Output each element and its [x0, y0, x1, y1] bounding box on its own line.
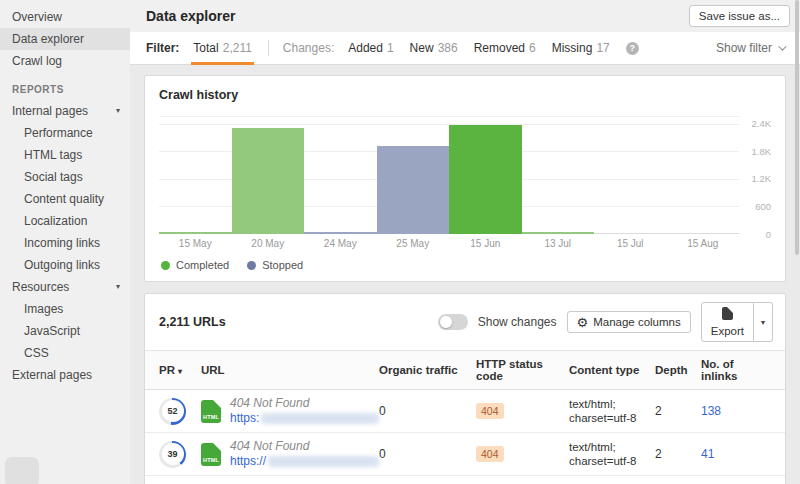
filter-changes-label: Changes: — [283, 41, 334, 55]
content-type-line2: charset=utf-8 — [569, 411, 655, 425]
column-header-depth[interactable]: Depth — [655, 364, 701, 376]
toggle-knob — [440, 316, 452, 328]
sidebar-item-content-quality[interactable]: Content quality — [0, 188, 130, 210]
legend-item-completed: Completed — [161, 259, 229, 271]
organic-traffic-cell: 0 — [379, 447, 476, 461]
depth-cell: 2 — [655, 447, 701, 461]
sidebar: OverviewData explorerCrawl log REPORTS I… — [0, 0, 130, 484]
table-row: 52HTML404 Not Foundhttps:0404text/html;c… — [145, 390, 785, 432]
filter-chip-label: Removed — [474, 41, 525, 55]
column-header-content-type[interactable]: Content type — [569, 364, 655, 376]
filter-chips-group: Added1New386Removed6Missing17 — [348, 41, 626, 55]
html-file-icon-label: HTML — [201, 457, 221, 463]
sidebar-item-css[interactable]: CSS — [0, 342, 130, 364]
sidebar-item-javascript[interactable]: JavaScript — [0, 320, 130, 342]
filter-chip-value: 386 — [438, 41, 458, 55]
app-root: OverviewData explorerCrawl log REPORTS I… — [0, 0, 800, 484]
sidebar-item-incoming-links[interactable]: Incoming links — [0, 232, 130, 254]
sidebar-reports-group: Internal pages▾PerformanceHTML tagsSocia… — [0, 100, 130, 386]
sidebar-item-label: Images — [24, 302, 63, 316]
column-header-pr[interactable]: PR▾ — [159, 364, 201, 376]
organic-traffic-cell: 0 — [379, 404, 476, 418]
inlinks-cell: 138 — [701, 404, 771, 418]
sidebar-item-label: Localization — [24, 214, 87, 228]
sidebar-item-label: External pages — [12, 368, 92, 382]
inlinks-count-link[interactable]: 41 — [701, 447, 714, 461]
http-status-badge: 404 — [476, 403, 504, 419]
url-title-link[interactable]: 404 Not Found — [230, 396, 379, 411]
show-filter-label: Show filter — [716, 41, 772, 55]
chart-legend: CompletedStopped — [161, 259, 771, 271]
content-type-line1: text/html; — [569, 397, 655, 411]
sidebar-item-resources[interactable]: Resources▾ — [0, 276, 130, 298]
url-cell: HTML404 Not Foundhttps: — [201, 396, 379, 426]
sidebar-item-label: CSS — [24, 346, 49, 360]
column-header-url[interactable]: URL — [201, 364, 379, 376]
sidebar-item-label: Internal pages — [12, 104, 88, 118]
chart-x-tick-label: 24 May — [304, 238, 377, 249]
sidebar-item-outgoing-links[interactable]: Outgoing links — [0, 254, 130, 276]
sidebar-item-localization[interactable]: Localization — [0, 210, 130, 232]
filter-chip-new[interactable]: New386 — [410, 41, 458, 55]
url-link[interactable]: https:// — [230, 454, 266, 469]
vertical-scrollbar[interactable] — [795, 0, 799, 255]
url-link[interactable]: https: — [230, 411, 259, 426]
chart-y-tick-label: 1.8K — [751, 145, 771, 156]
sidebar-item-data-explorer[interactable]: Data explorer — [0, 28, 130, 50]
content-type-cell: text/html;charset=utf-8 — [569, 397, 655, 425]
sidebar-item-internal-pages[interactable]: Internal pages▾ — [0, 100, 130, 122]
sidebar-bottom-tile — [5, 457, 39, 484]
chart-y-tick-label: 2.4K — [751, 117, 771, 128]
legend-dot-icon — [161, 261, 170, 270]
help-icon[interactable]: ? — [626, 42, 639, 55]
legend-label: Completed — [176, 259, 229, 271]
save-issue-as-button[interactable]: Save issue as... — [689, 5, 790, 27]
sidebar-item-label: Content quality — [24, 192, 104, 206]
chart-y-tick-label: 600 — [755, 201, 771, 212]
chart-y-axis: 2.4K1.8K1.2K6000 — [739, 116, 771, 234]
sidebar-item-crawl-log[interactable]: Crawl log — [0, 50, 130, 72]
chart-bar-13-jul — [522, 232, 595, 234]
show-filter-button[interactable]: Show filter — [716, 41, 784, 55]
filter-chip-removed[interactable]: Removed6 — [474, 41, 536, 55]
chevron-down-icon — [778, 42, 786, 50]
show-changes-toggle[interactable] — [438, 314, 468, 330]
chart-x-tick-label: 20 May — [232, 238, 305, 249]
filter-chip-label: Missing — [552, 41, 593, 55]
sidebar-item-label: JavaScript — [24, 324, 80, 338]
sidebar-item-overview[interactable]: Overview — [0, 6, 130, 28]
filter-chip-added[interactable]: Added1 — [348, 41, 393, 55]
sidebar-item-images[interactable]: Images — [0, 298, 130, 320]
url-title-link[interactable]: 404 Not Found — [230, 439, 379, 454]
filter-tab-total[interactable]: Total 2,211 — [191, 32, 254, 65]
sidebar-item-performance[interactable]: Performance — [0, 122, 130, 144]
http-status-badge: 404 — [476, 446, 504, 462]
table-row: 36HTML404 Not Foundhttps:0404text/html;c… — [145, 475, 785, 484]
legend-item-stopped: Stopped — [247, 259, 303, 271]
column-header-no-of-inlinks[interactable]: No. of inlinks — [701, 358, 771, 382]
sidebar-item-social-tags[interactable]: Social tags — [0, 166, 130, 188]
manage-columns-button[interactable]: ⚙ Manage columns — [567, 311, 691, 333]
content-type-cell: text/html;charset=utf-8 — [569, 440, 655, 468]
inlinks-count-link[interactable]: 138 — [701, 404, 721, 418]
sidebar-item-label: HTML tags — [24, 148, 82, 162]
manage-columns-label: Manage columns — [593, 316, 681, 328]
column-header-http-status-code[interactable]: HTTP status code — [476, 358, 569, 382]
chart-x-tick-label: 13 Jul — [522, 238, 595, 249]
sidebar-item-external-pages[interactable]: External pages — [0, 364, 130, 386]
filter-total-value: 2,211 — [223, 41, 252, 55]
filter-chip-value: 6 — [529, 41, 536, 55]
chart-y-tick-label: 0 — [766, 229, 771, 240]
table-body: 52HTML404 Not Foundhttps:0404text/html;c… — [145, 390, 785, 484]
legend-dot-icon — [247, 261, 256, 270]
column-header-organic-traffic[interactable]: Organic traffic — [379, 364, 476, 376]
export-dropdown-button[interactable]: ▾ — [754, 302, 773, 342]
filter-chip-missing[interactable]: Missing17 — [552, 41, 610, 55]
url-text-block: 404 Not Foundhttps: — [230, 396, 379, 426]
file-export-icon — [722, 307, 733, 320]
sidebar-item-label: Data explorer — [12, 32, 84, 46]
chart-x-tick-label: 15 Jul — [594, 238, 667, 249]
sidebar-item-html-tags[interactable]: HTML tags — [0, 144, 130, 166]
table-toolbar: 2,211 URLs Show changes ⚙ Manage columns… — [145, 294, 785, 350]
export-button[interactable]: Export — [701, 302, 754, 342]
